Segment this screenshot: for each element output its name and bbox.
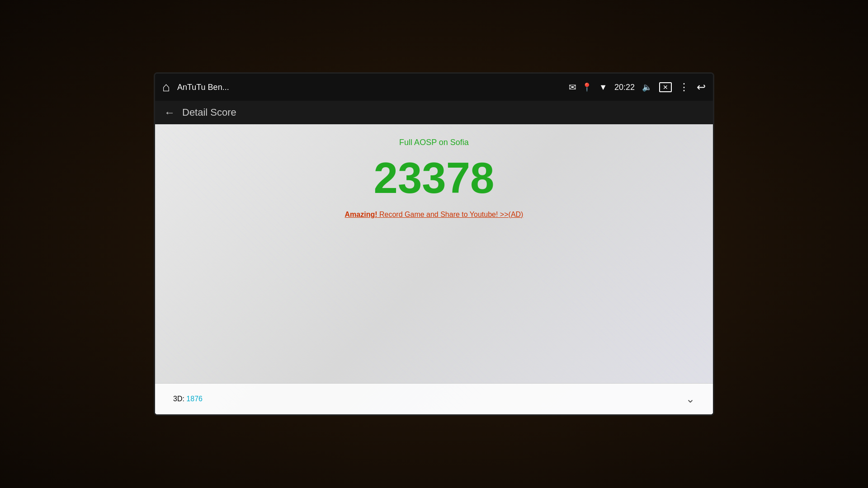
nav-bar: ← Detail Score — [155, 101, 713, 124]
location-icon: 📍 — [582, 82, 592, 92]
home-icon[interactable]: ⌂ — [162, 80, 170, 94]
3d-score-label: 3D: 1876 — [173, 395, 203, 403]
score-detail-row[interactable]: 3D: 1876 ⌄ — [155, 383, 713, 414]
page-title: Detail Score — [182, 107, 236, 118]
status-back-icon[interactable]: ↩ — [697, 81, 706, 94]
ad-rest: Record Game and Share to Youtube! >>(AD) — [377, 211, 524, 218]
mail-icon[interactable]: ✉ — [569, 82, 576, 93]
overflow-menu-icon[interactable]: ⋮ — [679, 81, 689, 93]
status-bar: ⌂ AnTuTu Ben... ✉ 📍 ▼ 20:22 🔈 ✕ ⋮ ↩ — [155, 74, 713, 101]
close-box-icon[interactable]: ✕ — [659, 82, 672, 92]
subtitle-text: Full AOSP on Sofia — [399, 138, 469, 147]
back-arrow-button[interactable]: ← — [164, 106, 175, 119]
volume-status-icon: 🔈 — [642, 82, 652, 92]
ad-link[interactable]: Amazing! Record Game and Share to Youtub… — [345, 211, 524, 219]
main-content: Full AOSP on Sofia 23378 Amazing! Record… — [155, 124, 713, 414]
score-area: Full AOSP on Sofia 23378 Amazing! Record… — [155, 124, 713, 383]
amazing-label: Amazing! — [345, 211, 377, 218]
main-score: 23378 — [374, 156, 495, 200]
device-frame: ⌂ AnTuTu Ben... ✉ 📍 ▼ 20:22 🔈 ✕ ⋮ ↩ ← De… — [154, 72, 714, 416]
wifi-icon: ▼ — [599, 83, 607, 92]
status-right-group: 📍 ▼ 20:22 🔈 ✕ ⋮ ↩ — [582, 81, 706, 94]
chevron-down-icon[interactable]: ⌄ — [686, 393, 695, 405]
app-name-label: AnTuTu Ben... — [177, 83, 563, 92]
status-time: 20:22 — [614, 83, 635, 92]
3d-score-value: 1876 — [186, 395, 203, 403]
